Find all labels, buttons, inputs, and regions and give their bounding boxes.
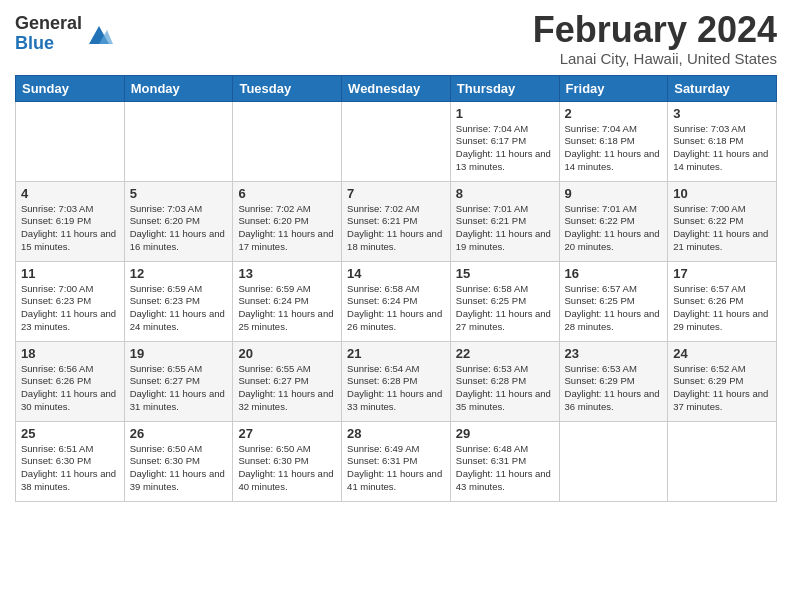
day-number: 15 — [456, 266, 554, 281]
day-number: 17 — [673, 266, 771, 281]
day-info: Sunrise: 6:56 AM Sunset: 6:26 PM Dayligh… — [21, 363, 119, 414]
day-number: 20 — [238, 346, 336, 361]
calendar-cell — [233, 101, 342, 181]
day-info: Sunrise: 6:48 AM Sunset: 6:31 PM Dayligh… — [456, 443, 554, 494]
calendar-cell — [342, 101, 451, 181]
day-info: Sunrise: 7:03 AM Sunset: 6:19 PM Dayligh… — [21, 203, 119, 254]
calendar-cell: 21Sunrise: 6:54 AM Sunset: 6:28 PM Dayli… — [342, 341, 451, 421]
day-number: 12 — [130, 266, 228, 281]
weekday-header: Thursday — [450, 75, 559, 101]
calendar-cell: 7Sunrise: 7:02 AM Sunset: 6:21 PM Daylig… — [342, 181, 451, 261]
calendar-cell: 25Sunrise: 6:51 AM Sunset: 6:30 PM Dayli… — [16, 421, 125, 501]
day-number: 14 — [347, 266, 445, 281]
calendar-cell: 10Sunrise: 7:00 AM Sunset: 6:22 PM Dayli… — [668, 181, 777, 261]
calendar-week-row: 18Sunrise: 6:56 AM Sunset: 6:26 PM Dayli… — [16, 341, 777, 421]
calendar-cell: 4Sunrise: 7:03 AM Sunset: 6:19 PM Daylig… — [16, 181, 125, 261]
day-info: Sunrise: 6:55 AM Sunset: 6:27 PM Dayligh… — [238, 363, 336, 414]
day-number: 13 — [238, 266, 336, 281]
weekday-header: Tuesday — [233, 75, 342, 101]
calendar-cell: 23Sunrise: 6:53 AM Sunset: 6:29 PM Dayli… — [559, 341, 668, 421]
calendar-cell: 3Sunrise: 7:03 AM Sunset: 6:18 PM Daylig… — [668, 101, 777, 181]
day-info: Sunrise: 7:00 AM Sunset: 6:23 PM Dayligh… — [21, 283, 119, 334]
day-number: 29 — [456, 426, 554, 441]
calendar-week-row: 11Sunrise: 7:00 AM Sunset: 6:23 PM Dayli… — [16, 261, 777, 341]
day-info: Sunrise: 7:01 AM Sunset: 6:22 PM Dayligh… — [565, 203, 663, 254]
calendar-cell — [668, 421, 777, 501]
calendar-week-row: 4Sunrise: 7:03 AM Sunset: 6:19 PM Daylig… — [16, 181, 777, 261]
logo-icon — [85, 20, 113, 48]
day-info: Sunrise: 6:57 AM Sunset: 6:25 PM Dayligh… — [565, 283, 663, 334]
day-number: 22 — [456, 346, 554, 361]
day-number: 3 — [673, 106, 771, 121]
calendar-cell: 29Sunrise: 6:48 AM Sunset: 6:31 PM Dayli… — [450, 421, 559, 501]
day-number: 16 — [565, 266, 663, 281]
day-info: Sunrise: 6:53 AM Sunset: 6:29 PM Dayligh… — [565, 363, 663, 414]
day-number: 28 — [347, 426, 445, 441]
weekday-header: Saturday — [668, 75, 777, 101]
calendar-cell: 20Sunrise: 6:55 AM Sunset: 6:27 PM Dayli… — [233, 341, 342, 421]
calendar-cell: 14Sunrise: 6:58 AM Sunset: 6:24 PM Dayli… — [342, 261, 451, 341]
calendar-cell: 28Sunrise: 6:49 AM Sunset: 6:31 PM Dayli… — [342, 421, 451, 501]
day-info: Sunrise: 6:58 AM Sunset: 6:24 PM Dayligh… — [347, 283, 445, 334]
calendar-cell: 5Sunrise: 7:03 AM Sunset: 6:20 PM Daylig… — [124, 181, 233, 261]
day-info: Sunrise: 6:59 AM Sunset: 6:24 PM Dayligh… — [238, 283, 336, 334]
calendar-cell: 17Sunrise: 6:57 AM Sunset: 6:26 PM Dayli… — [668, 261, 777, 341]
day-info: Sunrise: 7:02 AM Sunset: 6:21 PM Dayligh… — [347, 203, 445, 254]
day-info: Sunrise: 7:00 AM Sunset: 6:22 PM Dayligh… — [673, 203, 771, 254]
day-number: 5 — [130, 186, 228, 201]
day-number: 2 — [565, 106, 663, 121]
day-number: 24 — [673, 346, 771, 361]
day-info: Sunrise: 6:54 AM Sunset: 6:28 PM Dayligh… — [347, 363, 445, 414]
day-info: Sunrise: 7:04 AM Sunset: 6:17 PM Dayligh… — [456, 123, 554, 174]
day-info: Sunrise: 6:55 AM Sunset: 6:27 PM Dayligh… — [130, 363, 228, 414]
weekday-header: Sunday — [16, 75, 125, 101]
calendar-cell: 24Sunrise: 6:52 AM Sunset: 6:29 PM Dayli… — [668, 341, 777, 421]
calendar-cell: 18Sunrise: 6:56 AM Sunset: 6:26 PM Dayli… — [16, 341, 125, 421]
weekday-header: Monday — [124, 75, 233, 101]
day-number: 21 — [347, 346, 445, 361]
header: General Blue February 2024 Lanai City, H… — [15, 10, 777, 67]
calendar-cell: 9Sunrise: 7:01 AM Sunset: 6:22 PM Daylig… — [559, 181, 668, 261]
day-number: 11 — [21, 266, 119, 281]
logo: General Blue — [15, 14, 113, 54]
logo-text: General Blue — [15, 14, 82, 54]
day-info: Sunrise: 7:02 AM Sunset: 6:20 PM Dayligh… — [238, 203, 336, 254]
day-info: Sunrise: 6:50 AM Sunset: 6:30 PM Dayligh… — [130, 443, 228, 494]
calendar-cell: 8Sunrise: 7:01 AM Sunset: 6:21 PM Daylig… — [450, 181, 559, 261]
day-number: 7 — [347, 186, 445, 201]
day-number: 4 — [21, 186, 119, 201]
day-number: 27 — [238, 426, 336, 441]
calendar-cell: 19Sunrise: 6:55 AM Sunset: 6:27 PM Dayli… — [124, 341, 233, 421]
page: General Blue February 2024 Lanai City, H… — [0, 0, 792, 612]
calendar-cell: 13Sunrise: 6:59 AM Sunset: 6:24 PM Dayli… — [233, 261, 342, 341]
calendar-cell: 15Sunrise: 6:58 AM Sunset: 6:25 PM Dayli… — [450, 261, 559, 341]
day-number: 25 — [21, 426, 119, 441]
calendar-cell: 1Sunrise: 7:04 AM Sunset: 6:17 PM Daylig… — [450, 101, 559, 181]
day-info: Sunrise: 7:03 AM Sunset: 6:18 PM Dayligh… — [673, 123, 771, 174]
main-title: February 2024 — [533, 10, 777, 50]
day-number: 8 — [456, 186, 554, 201]
day-info: Sunrise: 6:50 AM Sunset: 6:30 PM Dayligh… — [238, 443, 336, 494]
day-info: Sunrise: 6:59 AM Sunset: 6:23 PM Dayligh… — [130, 283, 228, 334]
calendar-cell: 16Sunrise: 6:57 AM Sunset: 6:25 PM Dayli… — [559, 261, 668, 341]
day-number: 6 — [238, 186, 336, 201]
day-info: Sunrise: 6:58 AM Sunset: 6:25 PM Dayligh… — [456, 283, 554, 334]
calendar-cell: 2Sunrise: 7:04 AM Sunset: 6:18 PM Daylig… — [559, 101, 668, 181]
calendar-cell: 27Sunrise: 6:50 AM Sunset: 6:30 PM Dayli… — [233, 421, 342, 501]
day-info: Sunrise: 6:52 AM Sunset: 6:29 PM Dayligh… — [673, 363, 771, 414]
calendar-cell: 11Sunrise: 7:00 AM Sunset: 6:23 PM Dayli… — [16, 261, 125, 341]
day-number: 26 — [130, 426, 228, 441]
day-number: 10 — [673, 186, 771, 201]
calendar-cell — [559, 421, 668, 501]
day-info: Sunrise: 7:03 AM Sunset: 6:20 PM Dayligh… — [130, 203, 228, 254]
calendar-cell: 6Sunrise: 7:02 AM Sunset: 6:20 PM Daylig… — [233, 181, 342, 261]
calendar-week-row: 1Sunrise: 7:04 AM Sunset: 6:17 PM Daylig… — [16, 101, 777, 181]
day-info: Sunrise: 6:57 AM Sunset: 6:26 PM Dayligh… — [673, 283, 771, 334]
day-number: 1 — [456, 106, 554, 121]
day-number: 19 — [130, 346, 228, 361]
logo-blue: Blue — [15, 33, 54, 53]
day-info: Sunrise: 6:51 AM Sunset: 6:30 PM Dayligh… — [21, 443, 119, 494]
subtitle: Lanai City, Hawaii, United States — [533, 50, 777, 67]
day-info: Sunrise: 7:01 AM Sunset: 6:21 PM Dayligh… — [456, 203, 554, 254]
calendar-cell: 26Sunrise: 6:50 AM Sunset: 6:30 PM Dayli… — [124, 421, 233, 501]
